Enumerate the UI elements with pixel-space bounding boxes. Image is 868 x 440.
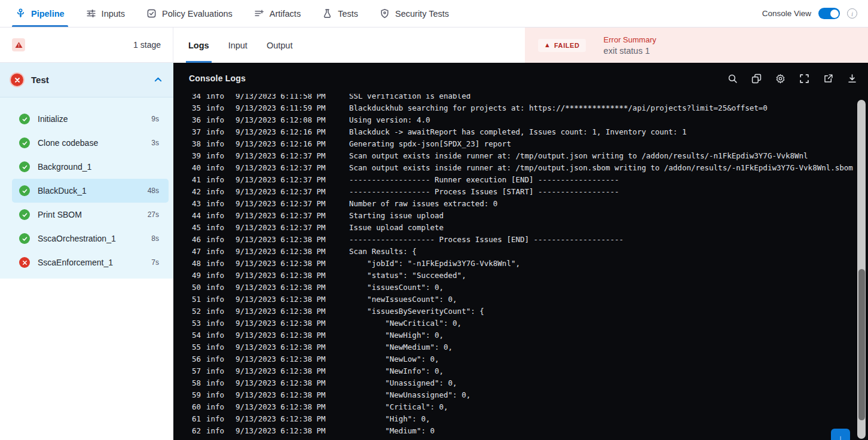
failed-status-badge: ▲ FAILED bbox=[538, 39, 586, 52]
settings-icon[interactable] bbox=[775, 74, 786, 84]
error-summary-message: exit status 1 bbox=[604, 46, 656, 56]
fullscreen-icon[interactable] bbox=[799, 74, 809, 84]
log-line: 48 info 9/13/2023 6:12:38 PM "jobId": "-… bbox=[173, 258, 868, 270]
tab-tests[interactable]: Tests bbox=[322, 0, 358, 27]
step-duration: 7s bbox=[151, 258, 159, 267]
step-item-blackduck-1[interactable]: BlackDuck_1 48s bbox=[12, 179, 169, 203]
tab-label: Security Tests bbox=[395, 9, 449, 19]
tests-icon bbox=[322, 8, 332, 19]
step-name: Initialize bbox=[38, 114, 68, 124]
artifacts-icon bbox=[254, 8, 264, 19]
log-line-number: 38 bbox=[187, 138, 201, 150]
console-scrollbar-thumb[interactable] bbox=[858, 269, 865, 420]
log-line-number: 52 bbox=[187, 305, 201, 317]
tab-security-tests[interactable]: Security Tests bbox=[380, 0, 449, 27]
console-view-toggle[interactable] bbox=[818, 8, 840, 19]
tab-artifacts[interactable]: Artifacts bbox=[254, 0, 301, 27]
log-level: info bbox=[206, 246, 225, 258]
log-message: Generating spdx-json[SPDX_23] report bbox=[349, 138, 511, 150]
log-line-number: 61 bbox=[187, 413, 201, 425]
log-line-number: 54 bbox=[187, 329, 201, 341]
log-message: Using version: 4.0 bbox=[349, 114, 430, 126]
log-message: "NewHigh": 0, bbox=[349, 329, 444, 341]
log-line: 35 info 9/13/2023 6:11:59 PM Blackduckhu… bbox=[173, 102, 868, 114]
log-line: 57 info 9/13/2023 6:12:38 PM "NewInfo": … bbox=[173, 365, 868, 377]
info-icon[interactable]: i bbox=[847, 8, 857, 19]
log-line: 50 info 9/13/2023 6:12:38 PM "issuesCoun… bbox=[173, 282, 868, 294]
tab-pipeline[interactable]: Pipeline bbox=[16, 0, 65, 27]
log-timestamp: 9/13/2023 6:12:38 PM bbox=[236, 329, 336, 341]
tab-logs[interactable]: Logs bbox=[188, 28, 209, 63]
stage-header-test[interactable]: Test bbox=[0, 63, 173, 97]
log-line: 44 info 9/13/2023 6:12:37 PM Starting is… bbox=[173, 210, 868, 222]
step-item-background-1[interactable]: Background_1 bbox=[12, 155, 169, 179]
log-viewport[interactable]: 34 info 9/13/2023 6:11:58 PM SSL verific… bbox=[173, 94, 868, 440]
log-level: info bbox=[206, 282, 225, 294]
log-timestamp: 9/13/2023 6:12:37 PM bbox=[236, 222, 336, 234]
log-line: 41 info 9/13/2023 6:12:37 PM -----------… bbox=[173, 174, 868, 186]
log-level: info bbox=[206, 294, 225, 305]
top-navigation-bar: Pipeline Inputs Policy Evaluations Artif… bbox=[0, 0, 868, 28]
log-message: Starting issue upload bbox=[349, 210, 444, 222]
log-message: Scan Results: { bbox=[349, 246, 417, 258]
tab-inputs[interactable]: Inputs bbox=[86, 0, 126, 27]
copy-icon[interactable] bbox=[751, 74, 762, 84]
log-message: Scan output exists inside runner at: /tm… bbox=[349, 162, 853, 174]
error-summary-title: Error Summary bbox=[604, 35, 656, 44]
download-icon[interactable] bbox=[847, 74, 857, 84]
log-level: info bbox=[206, 389, 225, 401]
success-status-icon bbox=[19, 209, 30, 220]
log-timestamp: 9/13/2023 6:12:37 PM bbox=[236, 210, 336, 222]
log-message: "High": 0, bbox=[349, 413, 430, 425]
log-level: info bbox=[206, 425, 225, 437]
step-item-initialize[interactable]: Initialize 9s bbox=[12, 107, 169, 131]
console-logs-header: Console Logs bbox=[173, 63, 868, 94]
scroll-to-bottom-button[interactable]: ↓ bbox=[831, 429, 850, 440]
console-scrollbar[interactable] bbox=[857, 100, 866, 439]
tab-input[interactable]: Input bbox=[228, 28, 247, 63]
top-nav-tabs: Pipeline Inputs Policy Evaluations Artif… bbox=[0, 0, 449, 27]
log-line-number: 51 bbox=[187, 294, 201, 305]
stage-warning-badge bbox=[12, 38, 25, 51]
log-timestamp: 9/13/2023 6:12:38 PM bbox=[236, 341, 336, 353]
log-message: Issue upload complete bbox=[349, 222, 444, 234]
log-timestamp: 9/13/2023 6:12:38 PM bbox=[236, 365, 336, 377]
step-item-clone-codebase[interactable]: Clone codebase 3s bbox=[12, 131, 169, 155]
step-duration: 48s bbox=[148, 187, 159, 195]
pipeline-icon bbox=[16, 8, 26, 19]
log-timestamp: 9/13/2023 6:12:37 PM bbox=[236, 162, 336, 174]
search-icon[interactable] bbox=[728, 74, 738, 84]
open-in-new-icon[interactable] bbox=[823, 74, 833, 84]
tab-label: Inputs bbox=[102, 9, 126, 19]
warning-triangle-icon bbox=[15, 41, 23, 48]
log-level: info bbox=[206, 365, 225, 377]
step-item-print-sbom[interactable]: Print SBOM 27s bbox=[12, 203, 169, 227]
tab-policy-evaluations[interactable]: Policy Evaluations bbox=[146, 0, 233, 27]
log-level: info bbox=[206, 210, 225, 222]
step-item-sscaorchestration-1[interactable]: SscaOrchestration_1 8s bbox=[12, 227, 169, 250]
log-message: "Unassigned": 0, bbox=[349, 377, 457, 389]
log-line-number: 35 bbox=[187, 102, 201, 114]
log-timestamp: 9/13/2023 6:12:38 PM bbox=[236, 282, 336, 294]
inputs-icon bbox=[86, 8, 96, 19]
tab-output[interactable]: Output bbox=[267, 28, 293, 63]
log-level: info bbox=[206, 94, 225, 102]
log-line-number: 55 bbox=[187, 341, 201, 353]
log-level: info bbox=[206, 162, 225, 174]
log-level: info bbox=[206, 198, 225, 210]
stage-count-label: 1 stage bbox=[133, 40, 161, 50]
log-line-number: 44 bbox=[187, 210, 201, 222]
step-item-sscaenforcement-1[interactable]: SscaEnforcement_1 7s bbox=[12, 250, 169, 274]
log-level: info bbox=[206, 329, 225, 341]
log-line: 46 info 9/13/2023 6:12:38 PM -----------… bbox=[173, 234, 868, 246]
step-duration: 8s bbox=[151, 234, 159, 243]
log-message: "NewInfo": 0, bbox=[349, 365, 444, 377]
log-line-number: 62 bbox=[187, 425, 201, 437]
chevron-up-icon[interactable] bbox=[154, 75, 163, 84]
log-line: 59 info 9/13/2023 6:12:38 PM "NewUnassig… bbox=[173, 389, 868, 401]
log-line: 38 info 9/13/2023 6:12:16 PM Generating … bbox=[173, 138, 868, 150]
console-toolbar bbox=[728, 74, 857, 84]
log-view-tabs: LogsInputOutput bbox=[173, 28, 525, 63]
log-level: info bbox=[206, 305, 225, 317]
log-line-number: 42 bbox=[187, 186, 201, 198]
